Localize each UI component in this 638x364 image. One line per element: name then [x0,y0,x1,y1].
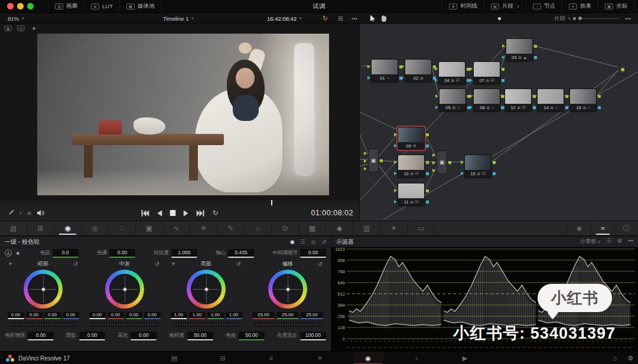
ratio-icon[interactable]: ▭ [408,221,435,235]
graph-node-09[interactable]: 09⊘ [398,127,425,150]
node-graph[interactable]: 01◔02ılı04ılı☑07ılı☑03ılı▲05ılı◔08ılı◔12… [359,24,638,221]
viewer-options-icon[interactable]: ••• [351,13,357,24]
wheel-master-slider[interactable] [9,322,77,327]
wheel-value-input[interactable]: 1.00 [189,312,206,319]
param-value-input[interactable]: 0.435 [228,249,254,258]
hand-tool-icon[interactable] [380,13,387,24]
layer-mixer-node-1[interactable]: ▣ [437,150,447,174]
menu-item-right-3[interactable]: ✶效果 [562,0,598,12]
info-icon[interactable]: ⓘ [614,221,638,235]
page-fusion[interactable]: ✳ [304,352,335,364]
adjustment-value-input[interactable]: 50.00 [187,332,213,340]
wheel-value-input[interactable]: 0.00 [44,312,61,319]
wheel-master-slider[interactable] [90,322,159,327]
menu-item-left-2[interactable]: ▦媒体池 [119,0,162,12]
wheel-reset-icon[interactable]: ↺ [154,261,160,267]
param-value-input[interactable]: 0.0 [53,249,79,258]
mute-audio-icon[interactable] [37,209,44,217]
wheel-value-input[interactable]: 1.00 [207,312,224,319]
param-value-input[interactable]: 0.00 [300,249,326,258]
camera-raw-icon[interactable]: ▤ [0,221,27,235]
source-timecode[interactable]: 16:42:08:42∨ [267,13,302,24]
viewer-scrub-bar[interactable] [0,199,359,205]
wheel-value-input[interactable]: 1.00 [226,312,242,319]
wheel-master-slider[interactable] [253,322,322,327]
tracker-icon[interactable]: ⊙ [272,221,299,235]
graph-node-05[interactable]: 05ılı◔ [439,88,466,112]
layer-mixer-node-0[interactable]: ▣ [368,149,379,172]
wheel-mode-icon[interactable]: ◉ [290,239,295,245]
scope-expand-icon[interactable]: ⊞ [617,238,622,245]
wheel-value-input[interactable]: 0.00 [144,312,161,319]
hdr-wheels-icon[interactable]: ◎ [82,221,109,235]
graph-node-01[interactable]: 01◔ [371,59,398,82]
stills-icon[interactable]: ▣ [136,221,163,235]
graph-node-04[interactable]: 04ılı☑ [438,61,466,84]
graph-node-02[interactable]: 02ılı [405,59,432,82]
page-fairlight[interactable]: ♪ [401,352,432,364]
page-edit[interactable]: ≡ [256,352,287,364]
key-icon[interactable]: ▥ [353,221,380,235]
scope-settings-icon[interactable]: ☰ [607,238,611,245]
param-value-input[interactable]: 1.000 [171,249,197,258]
grade-icon[interactable]: ◈ [567,221,591,235]
wheel-value-input[interactable]: 0.00 [89,312,106,319]
scope-options-icon[interactable]: ••• [628,238,633,245]
graph-node-11[interactable]: 11ılı☑ [398,183,425,206]
viewer-zoom-select[interactable]: 81%∨ [8,13,24,24]
adjustment-value-input[interactable]: 100.00 [300,332,326,340]
color-wheel-0[interactable] [24,270,63,309]
wheel-value-input[interactable]: 25.00 [252,312,275,319]
graph-node-08[interactable]: 08ılı◔ [473,88,500,112]
graph-node-10[interactable]: 10ılı☑ [398,155,425,178]
scope-mode-select[interactable]: 分量图 ∨ [580,238,601,245]
wipe-modes-icon[interactable]: ≋ [27,210,31,217]
wheel-value-input[interactable]: 25.00 [276,312,299,319]
wheel-value-input[interactable]: 0.00 [108,312,124,319]
wheel-center-dot[interactable] [205,288,208,291]
window-icon[interactable]: ○ [245,221,272,235]
effects-icon[interactable]: ✶ [380,221,408,235]
color-wheel-2[interactable] [187,270,226,309]
sizing-icon[interactable]: ⊞ [27,221,54,235]
bars-mode-icon[interactable]: ☰ [301,239,305,245]
wheel-value-input[interactable]: 0.00 [26,312,43,319]
menu-item-right-1[interactable]: ▤片段∨ [484,0,526,12]
color-wheels-icon[interactable]: ◉ [54,221,82,235]
stop-button[interactable] [170,210,175,216]
menu-item-right-0[interactable]: ≣时间线 [442,0,484,12]
menu-item-left-0[interactable]: ▥画廊 [48,0,84,12]
adjustment-value-input[interactable]: 50.00 [239,332,265,340]
menu-item-left-1[interactable]: ⊞LUT [84,0,119,12]
grab-still-dropdown-icon[interactable]: ∨ [19,211,22,215]
wheel-value-input[interactable]: 1.00 [171,312,187,319]
page-color[interactable]: ◉ [353,352,383,364]
unmix-icon[interactable]: ▮ [4,25,12,31]
wheel-value-input[interactable]: 0.00 [63,312,79,319]
expand-viewer-icon[interactable]: ⊞ [338,13,343,24]
picker-icon[interactable]: ✛ [8,261,14,267]
graph-output-node[interactable] [619,64,626,75]
wheel-value-input[interactable]: 0.00 [126,312,142,319]
scopes-icon[interactable]: ≈ [591,221,614,235]
skip-end-button[interactable] [196,210,204,217]
viewer-canvas[interactable] [0,24,359,199]
adjustment-value-input[interactable]: 0.00 [28,332,54,340]
picker-icon[interactable]: ✛ [171,261,177,267]
window-controls[interactable] [7,3,34,9]
skip-start-button[interactable] [141,210,149,217]
reset-all-icon[interactable]: ↺ [321,239,326,245]
nodegraph-options-icon[interactable]: ••• [625,13,631,24]
blur-icon[interactable]: ◆ [326,221,353,235]
magic-mask-icon[interactable]: ▦ [299,221,326,235]
home-icon[interactable]: ⌂ [613,355,617,362]
enhance-icon[interactable]: ✶ [30,25,38,31]
wheel-center-dot[interactable] [123,288,126,291]
adjustment-value-input[interactable]: 0.00 [79,332,105,340]
graph-node-16[interactable]: 16ılı◔ [569,88,597,112]
wheel-reset-icon[interactable]: ↺ [235,261,241,267]
warper-icon[interactable]: ✳ [190,221,217,235]
playhead-marker[interactable] [271,200,272,205]
graph-node-14[interactable]: 14ılı◔ [537,88,564,112]
close-window-icon[interactable] [7,3,14,9]
